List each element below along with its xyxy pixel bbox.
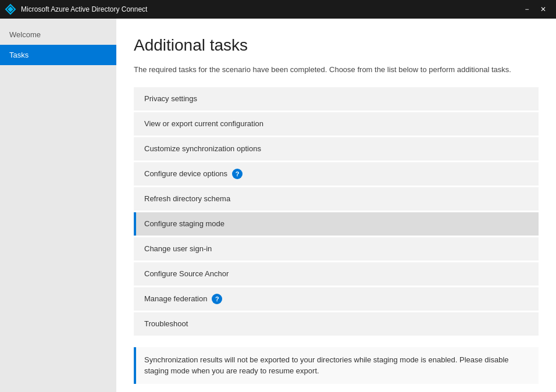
window-controls: − ✕ <box>519 3 551 15</box>
info-message: Synchronization results will not be expo… <box>144 354 530 377</box>
app-window: Microsoft Azure Active Directory Connect… <box>0 0 556 392</box>
task-list: Privacy settings View or export current … <box>134 87 539 336</box>
sidebar-item-tasks[interactable]: Tasks <box>0 45 116 65</box>
task-item-manage-federation[interactable]: Manage federation ? <box>134 287 539 311</box>
task-item-privacy-settings[interactable]: Privacy settings <box>134 87 539 111</box>
app-icon <box>5 3 16 15</box>
main-content: Welcome Tasks Additional tasks The requi… <box>0 19 556 392</box>
configure-device-help-icon[interactable]: ? <box>232 169 243 179</box>
title-bar: Microsoft Azure Active Directory Connect… <box>0 0 556 19</box>
close-button[interactable]: ✕ <box>535 3 551 15</box>
task-item-refresh-schema[interactable]: Refresh directory schema <box>134 187 539 211</box>
window-title: Microsoft Azure Active Directory Connect <box>21 5 519 13</box>
description-text: The required tasks for the scenario have… <box>134 64 539 76</box>
task-item-troubleshoot[interactable]: Troubleshoot <box>134 312 539 336</box>
sidebar-item-welcome[interactable]: Welcome <box>0 24 116 45</box>
task-item-change-signin[interactable]: Change user sign-in <box>134 237 539 261</box>
page-title: Additional tasks <box>134 36 539 55</box>
content-area: Additional tasks The required tasks for … <box>116 19 556 392</box>
task-item-configure-device[interactable]: Configure device options ? <box>134 162 539 186</box>
sidebar: Welcome Tasks <box>0 19 116 392</box>
manage-federation-help-icon[interactable]: ? <box>212 294 222 304</box>
info-box: Synchronization results will not be expo… <box>134 347 539 384</box>
task-item-configure-anchor[interactable]: Configure Source Anchor <box>134 262 539 286</box>
task-item-view-export-config[interactable]: View or export current configuration <box>134 112 539 136</box>
task-item-customize-sync[interactable]: Customize synchronization options <box>134 137 539 161</box>
minimize-button[interactable]: − <box>519 3 535 15</box>
task-item-configure-staging[interactable]: Configure staging mode <box>134 212 539 236</box>
